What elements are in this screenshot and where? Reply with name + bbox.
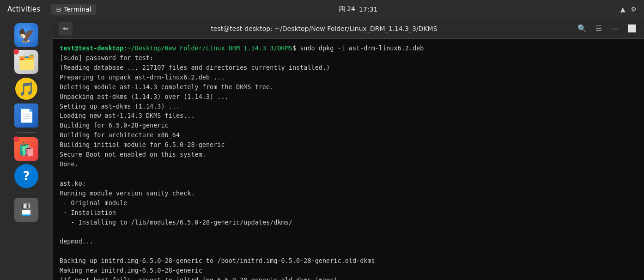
output-7: Setting up ast-dkms (1.14.3) ... <box>60 102 638 111</box>
terminal-content[interactable]: test@test-desktop:~/Desktop/New Folder/L… <box>53 39 644 280</box>
appstore-icon: 🛍️ <box>18 142 35 157</box>
terminal-title: test@test-desktop: ~/Desktop/New Folder/… <box>211 25 437 32</box>
cmd-1: sudo dpkg -i ast-drm-linux6.2.deb <box>296 44 424 52</box>
time-display: 17:31 <box>359 6 377 13</box>
thunderbird-icon: 🦅 <box>18 27 35 43</box>
prompt-dollar-1: $ <box>292 44 296 52</box>
output-9: Building for 6.5.0-28-generic <box>60 121 638 130</box>
menu-button[interactable]: ☰ <box>592 22 605 35</box>
output-22: (If next boot fails, revert to initrd.im… <box>60 275 638 280</box>
back-button[interactable]: ⬅ <box>59 22 73 36</box>
top-bar-left: Activities ⊟ Terminal <box>7 4 96 15</box>
minimize-button[interactable]: — <box>609 22 622 35</box>
prompt-user-1: test@test-desktop <box>60 44 123 52</box>
sidebar-item-rhythmbox[interactable]: 🎵 <box>14 77 38 101</box>
sidebar-item-help[interactable]: ? <box>14 164 38 188</box>
terminal-tab-label: Terminal <box>64 6 91 13</box>
output-12: Secure Boot not enabled on this system. <box>60 150 638 159</box>
output-11: Building initial module for 6.5.0-28-gen… <box>60 140 638 150</box>
close-button[interactable]: ⬜ <box>626 22 638 35</box>
rhythmbox-icon: 🎵 <box>18 81 35 97</box>
top-bar-right: ▲ ⚙ <box>620 6 637 13</box>
activities-label[interactable]: Activities <box>7 5 40 13</box>
top-bar-center: 四 24 17:31 <box>339 5 378 13</box>
terminal-tab-icon: ⊟ <box>56 6 61 13</box>
sidebar-item-files[interactable]: 🗂️ <box>14 50 38 74</box>
sidebar: 🦅 🗂️ 🎵 📄 🛍️ ? 💾 <box>0 18 53 280</box>
sidebar-divider <box>17 132 36 133</box>
output-13: Done. <box>60 159 638 169</box>
help-icon: ? <box>23 169 30 183</box>
output-4: Preparing to unpack ast-drm-linux6.2.deb… <box>60 73 638 82</box>
output-10: Building for architecture x86_64 <box>60 130 638 140</box>
output-6: Unpacking ast-dkms (1.14.3) over (1.14.3… <box>60 92 638 102</box>
sidebar-divider-2 <box>17 193 36 193</box>
output-18: - Installing to /lib/modules/6.5.0-28-ge… <box>60 218 638 227</box>
output-16: - Original module <box>60 198 638 208</box>
output-5: Deleting module ast-1.14.3 completely fr… <box>60 82 638 92</box>
output-19: depmod... <box>60 237 638 246</box>
terminal-titlebar: ⬅ test@test-desktop: ~/Desktop/New Folde… <box>53 18 644 39</box>
sidebar-item-thunderbird[interactable]: 🦅 <box>14 23 38 47</box>
network-icon: ▲ <box>620 6 626 13</box>
output-3: (Reading database ... 217107 files and d… <box>60 63 638 73</box>
output-2: [sudo] password for test: <box>60 53 638 63</box>
terminal-line-1: test@test-desktop:~/Desktop/New Folder/L… <box>60 43 638 53</box>
sidebar-item-appstore[interactable]: 🛍️ <box>14 137 38 161</box>
usb-icon: 💾 <box>19 203 33 216</box>
writer-icon: 📄 <box>18 108 35 123</box>
output-21: Making new initrd.img-6.5.0-28-generic <box>60 266 638 275</box>
date-display: 四 24 <box>339 5 355 13</box>
title-controls: 🔍 ☰ — ⬜ <box>576 22 638 35</box>
badge-red <box>13 49 19 55</box>
top-bar: Activities ⊟ Terminal 四 24 17:31 ▲ ⚙ <box>0 0 644 18</box>
sidebar-item-usb[interactable]: 💾 <box>14 198 38 222</box>
terminal-window: ⬅ test@test-desktop: ~/Desktop/New Folde… <box>53 18 644 280</box>
output-8: Loading new ast-1.14.3 DKMS files... <box>60 111 638 121</box>
output-14: ast.ko: <box>60 179 638 189</box>
output-15: Running module version sanity check. <box>60 189 638 198</box>
output-17: - Installation <box>60 208 638 218</box>
prompt-path-1: :~/Desktop/New Folder/Linux_DRM_1.14.3_3… <box>123 44 292 52</box>
system-tray-icon: ⚙ <box>631 6 637 13</box>
search-button[interactable]: 🔍 <box>576 22 589 35</box>
terminal-tab[interactable]: ⊟ Terminal <box>51 4 96 15</box>
files-icon: 🗂️ <box>18 54 35 70</box>
output-20: Backing up initrd.img-6.5.0-28-generic t… <box>60 256 638 266</box>
sidebar-item-writer[interactable]: 📄 <box>14 103 38 128</box>
badge-red-appstore <box>13 136 19 142</box>
